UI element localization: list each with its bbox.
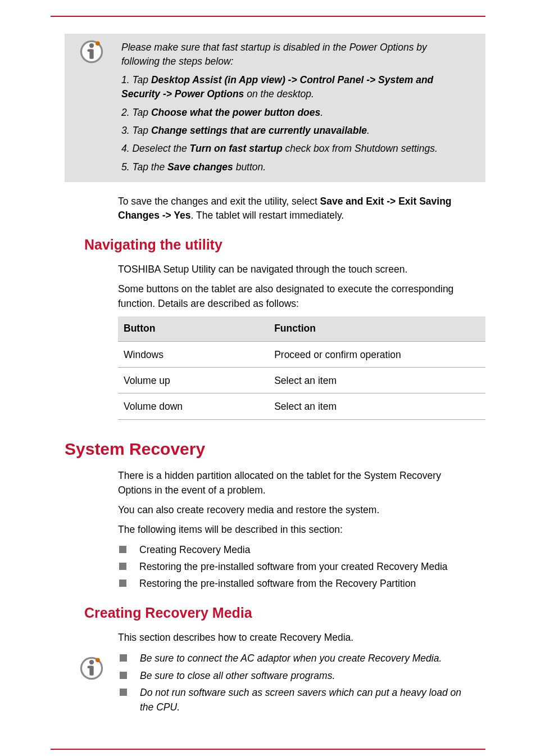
recovery-p1: There is a hidden partition allocated on… <box>118 469 469 497</box>
info-icon <box>65 34 119 182</box>
recovery-p3: The following items will be described in… <box>118 523 469 537</box>
list-item: Be sure to close all other software prog… <box>119 669 469 683</box>
save-exit-paragraph: To save the changes and exit the utility… <box>118 194 469 223</box>
nav-body: TOSHIBA Setup Utility can be navigated t… <box>118 262 469 311</box>
list-item: Do not run software such as screen saver… <box>119 686 469 714</box>
note-intro: Please make sure that fast startup is di… <box>121 40 466 69</box>
note-box-recovery-tips: Be sure to connect the AC adaptor when y… <box>65 650 485 717</box>
nav-p2: Some buttons on the tablet are also desi… <box>118 282 469 311</box>
svg-point-11 <box>96 658 100 663</box>
list-item: Be sure to connect the AC adaptor when y… <box>119 651 469 666</box>
note-content: Please make sure that fast startup is di… <box>119 34 469 182</box>
recovery-p2: You can also create recovery media and r… <box>118 503 469 517</box>
svg-rect-3 <box>88 49 92 52</box>
button-function-table: Button Function Windows Proceed or confi… <box>118 316 485 420</box>
svg-point-5 <box>96 41 100 46</box>
table-row: Volume down Select an item <box>118 393 485 419</box>
table-row: Volume up Select an item <box>118 367 485 393</box>
note-step-4: 4. Deselect the Turn on fast startup che… <box>121 142 466 156</box>
info-icon <box>65 650 119 717</box>
note-step-2: 2. Tap Choose what the power button does… <box>121 106 466 120</box>
recovery-body: There is a hidden partition allocated on… <box>118 469 469 537</box>
table-row: Windows Proceed or confirm operation <box>118 341 485 367</box>
heading-creating-recovery: Creating Recovery Media <box>84 603 485 623</box>
svg-point-4 <box>89 43 94 48</box>
note-step-1: 1. Tap Desktop Assist (in App view) -> C… <box>121 73 466 102</box>
nav-p1: TOSHIBA Setup Utility can be navigated t… <box>118 262 469 277</box>
list-item: Restoring the pre-installed software fro… <box>118 577 469 591</box>
note-box-power-options: Please make sure that fast startup is di… <box>65 34 485 182</box>
note2-list: Be sure to connect the AC adaptor when y… <box>119 650 469 717</box>
note-step-3: 3. Tap Change settings that are currentl… <box>121 124 466 138</box>
heading-navigating: Navigating the utility <box>84 234 485 255</box>
table-header-function: Function <box>269 316 485 341</box>
recovery-list: Creating Recovery Media Restoring the pr… <box>118 543 469 591</box>
list-item: Creating Recovery Media <box>118 543 469 557</box>
creating-body: This section describes how to create Rec… <box>118 631 469 645</box>
list-item: Restoring the pre-installed software fro… <box>118 560 469 574</box>
svg-point-10 <box>89 660 94 664</box>
svg-rect-9 <box>88 666 92 669</box>
creating-p1: This section describes how to create Rec… <box>118 631 469 645</box>
page-footer: User's Manual 5-4 <box>51 749 485 756</box>
note-step-5: 5. Tap the Save changes button. <box>121 160 466 174</box>
heading-system-recovery: System Recovery <box>65 437 485 461</box>
top-divider <box>51 16 485 17</box>
table-header-button: Button <box>118 316 269 341</box>
